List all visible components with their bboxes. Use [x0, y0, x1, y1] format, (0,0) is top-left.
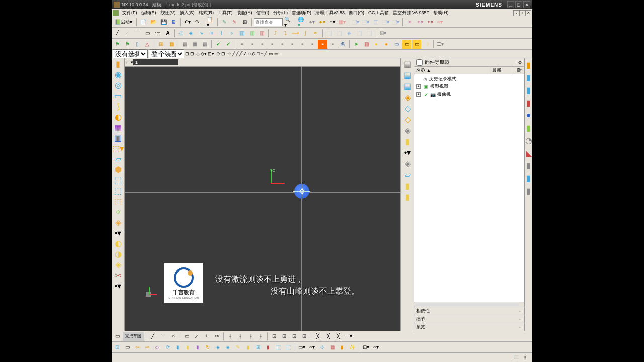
bt-a-icon[interactable]: ⊡	[113, 343, 122, 352]
sketch-select-icon[interactable]: ▭	[113, 332, 122, 341]
sphere-shaded-icon[interactable]: ●▾	[307, 18, 316, 27]
rail-i-icon[interactable]: ▮	[525, 160, 532, 171]
bt-t-icon[interactable]: ○▾	[307, 343, 316, 352]
cube-e-icon[interactable]: ⬚▾	[391, 18, 400, 27]
res-wave-icon[interactable]: ▤	[403, 81, 413, 90]
snap-c-icon[interactable]: ⊡▾	[208, 51, 214, 56]
bt-v-icon[interactable]: ▦	[328, 343, 337, 352]
sweep-icon[interactable]: ⟆	[113, 102, 123, 111]
sk-arc-icon[interactable]: ⌒	[158, 332, 168, 341]
rail-e-icon[interactable]: ●	[525, 110, 532, 121]
navigator-settings-icon[interactable]: ⚙	[518, 60, 522, 65]
rail-d-icon[interactable]: ▮	[525, 97, 532, 108]
mdi-close-button[interactable]: ✕	[525, 10, 531, 16]
section-dependencies[interactable]: 相依性⌄	[414, 307, 524, 315]
menu-info[interactable]: 信息(I)	[254, 10, 272, 16]
minimize-button[interactable]: ▁	[507, 1, 514, 8]
pattern2-icon[interactable]: ▦	[113, 123, 123, 132]
sphere-plain-icon[interactable]: ○▾	[328, 18, 337, 27]
block-b-icon[interactable]: ⬚	[335, 29, 344, 38]
more-c-icon[interactable]: •▾	[113, 281, 123, 290]
snap-d-icon[interactable]: ⊙	[216, 51, 220, 56]
wand-c-icon[interactable]: ✦▾	[425, 18, 434, 27]
orange-block-icon[interactable]: ▪	[318, 40, 327, 49]
mini-f-icon[interactable]: ▫	[288, 40, 297, 49]
more-b-icon[interactable]: •▾	[113, 228, 123, 237]
start-menu-button[interactable]: 📗启动▾	[113, 18, 134, 27]
res-a-icon[interactable]: ◇	[403, 104, 413, 113]
save-as-button[interactable]: 🗎	[169, 18, 178, 27]
body-f-icon[interactable]: ◈	[113, 218, 123, 227]
sel-sheet-icon[interactable]: ▭	[274, 51, 279, 56]
new-button[interactable]: 📄	[139, 18, 148, 27]
mesh-b-icon[interactable]: ▩	[190, 40, 199, 49]
menu-edit[interactable]: 编辑(E)	[139, 10, 158, 16]
maximize-button[interactable]: ▢	[515, 1, 522, 8]
mdi-restore-button[interactable]: ▫	[519, 10, 525, 16]
path-a-icon[interactable]: ⤴	[271, 29, 280, 38]
rail-a-icon[interactable]: ▮	[525, 59, 532, 70]
mirror-icon[interactable]: △	[143, 40, 152, 49]
rail-h-icon[interactable]: ◣	[525, 147, 532, 158]
navigator-pin-checkbox[interactable]	[416, 59, 423, 66]
bt-c-icon[interactable]: ⇦	[133, 343, 142, 352]
mini-g-icon[interactable]: ▫	[298, 40, 307, 49]
menu-cleanup[interactable]: 清理工具v2.58	[313, 10, 347, 16]
menu-preferences[interactable]: 首选项(P)	[290, 10, 313, 16]
snap-a-icon[interactable]: ◇	[196, 51, 200, 56]
res-g-icon[interactable]: ▮	[403, 181, 413, 190]
check-b-icon[interactable]: ✔	[224, 40, 233, 49]
res-d-icon[interactable]: ▮	[403, 137, 413, 146]
res-more-icon[interactable]: •▾	[403, 148, 413, 157]
mini-c-icon[interactable]: ▫	[258, 40, 267, 49]
filter-a-icon[interactable]: ⊡	[185, 51, 189, 56]
tool-b-icon[interactable]: ✎	[230, 18, 239, 27]
menu-assembly[interactable]: 装配(A)	[235, 10, 254, 16]
sk-more-icon[interactable]: ⋯▾	[344, 332, 353, 341]
arrow-icon[interactable]: ➤	[352, 40, 361, 49]
mdi-minimize-button[interactable]: -	[513, 10, 519, 16]
bt-h-icon[interactable]: ▮	[183, 343, 192, 352]
command-search-input[interactable]	[254, 18, 283, 26]
bt-m-icon[interactable]: ✎	[233, 343, 243, 352]
menu-insert[interactable]: 插入(S)	[178, 10, 197, 16]
line-icon[interactable]: ╱	[113, 29, 122, 38]
flag-green2-icon[interactable]: ⚑	[123, 40, 132, 49]
bt-z-icon[interactable]: ○▾	[371, 343, 380, 352]
sheet-b-icon[interactable]: ▥	[247, 29, 256, 38]
barcode-icon[interactable]: ▥	[362, 40, 371, 49]
spline-icon[interactable]: 〰	[153, 29, 162, 38]
rail-j-icon[interactable]: ▮	[525, 172, 532, 184]
navigator-tree[interactable]: ◔ 历史记录模式 + ▣ 模型视图 + ✔ 📷 摄像机	[414, 74, 524, 302]
menu-analysis[interactable]: 分析(L)	[271, 10, 290, 16]
tool-c-icon[interactable]: ⊞	[240, 18, 249, 27]
sk-con-a-icon[interactable]: ⊡	[270, 332, 279, 341]
selection-filter-select[interactable]: 没有选择过滤器	[113, 49, 148, 59]
bt-u-icon[interactable]: ⊹	[317, 343, 327, 352]
line2-icon[interactable]: ⟋	[123, 29, 132, 38]
sk-x-c-icon[interactable]: ╳	[334, 332, 343, 341]
extrude-icon[interactable]: ▮	[113, 59, 123, 68]
menu-window[interactable]: 窗口(O)	[347, 10, 366, 16]
sel-line3-icon[interactable]: ╱	[239, 51, 242, 56]
block-d-icon[interactable]: ⬚	[355, 29, 364, 38]
viewport-tab[interactable]: 1	[133, 59, 178, 65]
layer-icon[interactable]: ▦▾	[338, 18, 347, 27]
bt-f-icon[interactable]: ⟳	[163, 343, 172, 352]
cube-c-icon[interactable]: ⬚	[371, 18, 380, 27]
cube-b-icon[interactable]: ⬚▾	[361, 18, 370, 27]
curve-c-icon[interactable]: ⌇	[217, 29, 226, 38]
bt-r-icon[interactable]: ⬚	[284, 343, 293, 352]
menu-file[interactable]: 文件(F)	[120, 10, 139, 16]
res-b-icon[interactable]: ◇	[403, 115, 413, 124]
sk-plus-icon[interactable]: +	[202, 332, 211, 341]
cube-a-icon[interactable]: ⬚▾	[351, 18, 360, 27]
rect-icon[interactable]: ▭	[143, 29, 152, 38]
sel-circle-icon[interactable]: ○	[248, 51, 251, 56]
tree-node-history[interactable]: ◔ 历史记录模式	[415, 75, 523, 83]
cube-d-icon[interactable]: ⬚▾	[381, 18, 390, 27]
bt-b-icon[interactable]: ▭	[123, 343, 132, 352]
path-b-icon[interactable]: ⤵	[281, 29, 290, 38]
curve-b-icon[interactable]: ≋	[207, 29, 216, 38]
undo-button[interactable]: ↶▾	[183, 18, 192, 27]
